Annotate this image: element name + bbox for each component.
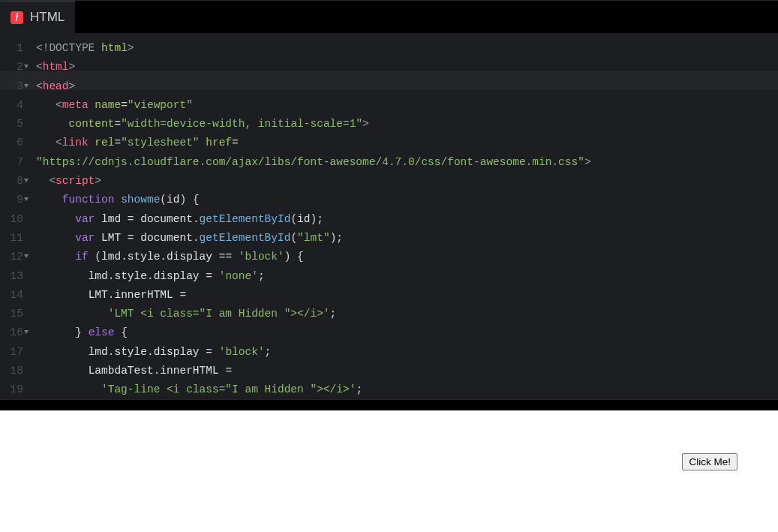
code-line[interactable]: var LMT = document.getElementById("lmt")… xyxy=(30,229,778,248)
line-number: 9 xyxy=(0,191,23,209)
fold-marker-icon[interactable] xyxy=(24,65,29,68)
line-number: 12 xyxy=(0,248,23,266)
editor-pane: / HTML 1234567891011121314151617181920 <… xyxy=(0,0,778,410)
line-number: 2 xyxy=(0,58,23,77)
line-number: 4 xyxy=(0,96,23,115)
code-line[interactable]: lmd.style.display = 'none'; xyxy=(30,267,778,286)
line-number: 18 xyxy=(0,362,23,380)
click-me-button[interactable]: Click Me! xyxy=(682,453,737,470)
tab-bar: / HTML xyxy=(0,0,778,33)
code-line[interactable]: 'LMT <i class="I am Hidden "></i>'; xyxy=(30,305,778,323)
code-line[interactable]: lmd.style.display = 'block'; xyxy=(30,343,778,362)
line-number: 13 xyxy=(0,267,23,286)
line-number: 16 xyxy=(0,323,23,342)
line-number: 15 xyxy=(0,305,23,323)
line-number: 7 xyxy=(0,153,23,172)
editor-bottom-border xyxy=(0,400,778,410)
fold-marker-icon[interactable] xyxy=(24,179,29,182)
code-line[interactable]: content="width=device-width, initial-sca… xyxy=(30,115,778,134)
fold-marker-icon[interactable] xyxy=(24,330,29,334)
line-number-gutter: 1234567891011121314151617181920 xyxy=(0,39,30,400)
fold-marker-icon[interactable] xyxy=(24,254,29,258)
line-number: 6 xyxy=(0,134,23,152)
code-line[interactable]: function showme(id) { xyxy=(30,191,778,209)
line-number: 8 xyxy=(0,172,23,191)
code-line[interactable]: <link rel="stylesheet" href= xyxy=(30,134,778,152)
code-line[interactable]: 'Tag-line <i class="I am Hidden "></i>'; xyxy=(30,380,778,399)
line-number: 11 xyxy=(0,229,23,248)
code-line[interactable]: <script> xyxy=(30,172,778,191)
line-number: 5 xyxy=(0,115,23,134)
code-line[interactable]: if (lmd.style.display == 'block') { xyxy=(30,248,778,266)
line-number: 3 xyxy=(0,77,23,96)
tab-html[interactable]: / HTML xyxy=(0,1,75,33)
code-line[interactable]: LambdaTest.innerHTML = xyxy=(30,362,778,380)
line-number: 17 xyxy=(0,343,23,362)
code-line[interactable]: var lmd = document.getElementById(id); xyxy=(30,210,778,229)
line-number: 14 xyxy=(0,286,23,305)
code-line[interactable]: } else { xyxy=(30,323,778,342)
code-line[interactable]: <!DOCTYPE html> xyxy=(30,39,778,58)
fold-marker-icon[interactable] xyxy=(24,84,29,88)
code-content[interactable]: <!DOCTYPE html><html><head> <meta name="… xyxy=(30,39,778,400)
code-editor[interactable]: 1234567891011121314151617181920 <!DOCTYP… xyxy=(0,33,778,400)
code-line[interactable]: <head> xyxy=(30,77,778,96)
html-slash-icon: / xyxy=(11,11,23,24)
line-number: 10 xyxy=(0,210,23,229)
fold-marker-icon[interactable] xyxy=(24,197,29,201)
code-line[interactable]: "https://cdnjs.cloudflare.com/ajax/libs/… xyxy=(30,153,778,172)
code-line[interactable]: LMT.innerHTML = xyxy=(30,286,778,305)
line-number: 1 xyxy=(0,39,23,58)
code-line[interactable]: <html> xyxy=(30,58,778,77)
tab-label: HTML xyxy=(30,10,65,25)
line-number: 19 xyxy=(0,380,23,399)
preview-pane: Click Me! xyxy=(0,410,778,532)
code-line[interactable]: <meta name="viewport" xyxy=(30,96,778,115)
